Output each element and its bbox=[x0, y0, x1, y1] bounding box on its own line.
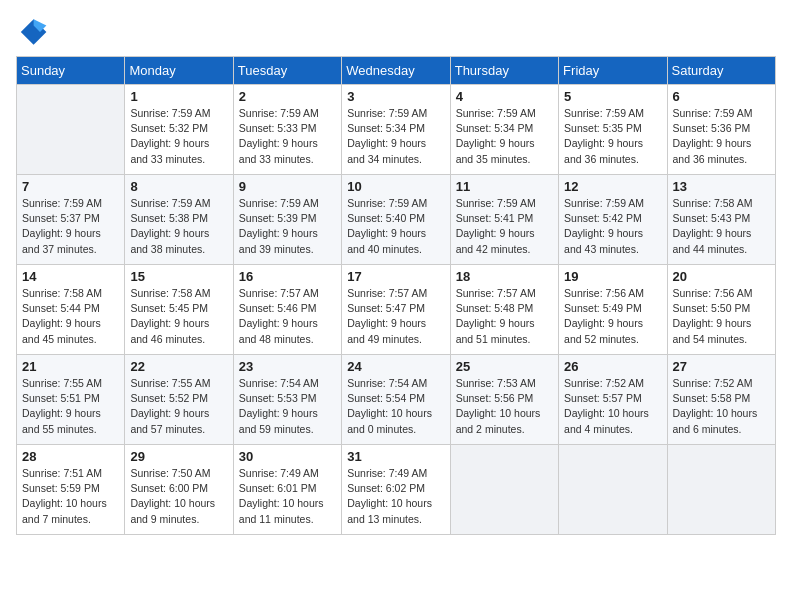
day-info: Sunrise: 7:51 AMSunset: 5:59 PMDaylight:… bbox=[22, 466, 119, 527]
calendar-cell bbox=[559, 445, 667, 535]
calendar-cell: 8Sunrise: 7:59 AMSunset: 5:38 PMDaylight… bbox=[125, 175, 233, 265]
calendar-cell: 7Sunrise: 7:59 AMSunset: 5:37 PMDaylight… bbox=[17, 175, 125, 265]
calendar-cell: 23Sunrise: 7:54 AMSunset: 5:53 PMDayligh… bbox=[233, 355, 341, 445]
day-number: 21 bbox=[22, 359, 119, 374]
day-number: 19 bbox=[564, 269, 661, 284]
calendar-cell: 20Sunrise: 7:56 AMSunset: 5:50 PMDayligh… bbox=[667, 265, 775, 355]
column-header-monday: Monday bbox=[125, 57, 233, 85]
day-info: Sunrise: 7:59 AMSunset: 5:34 PMDaylight:… bbox=[456, 106, 553, 167]
calendar-cell bbox=[667, 445, 775, 535]
day-number: 31 bbox=[347, 449, 444, 464]
day-info: Sunrise: 7:59 AMSunset: 5:35 PMDaylight:… bbox=[564, 106, 661, 167]
calendar-cell: 29Sunrise: 7:50 AMSunset: 6:00 PMDayligh… bbox=[125, 445, 233, 535]
page-header bbox=[16, 16, 776, 48]
column-header-saturday: Saturday bbox=[667, 57, 775, 85]
day-number: 14 bbox=[22, 269, 119, 284]
day-info: Sunrise: 7:49 AMSunset: 6:02 PMDaylight:… bbox=[347, 466, 444, 527]
week-row-4: 28Sunrise: 7:51 AMSunset: 5:59 PMDayligh… bbox=[17, 445, 776, 535]
logo-icon bbox=[16, 16, 48, 48]
week-row-0: 1Sunrise: 7:59 AMSunset: 5:32 PMDaylight… bbox=[17, 85, 776, 175]
day-info: Sunrise: 7:57 AMSunset: 5:47 PMDaylight:… bbox=[347, 286, 444, 347]
day-info: Sunrise: 7:50 AMSunset: 6:00 PMDaylight:… bbox=[130, 466, 227, 527]
day-info: Sunrise: 7:56 AMSunset: 5:49 PMDaylight:… bbox=[564, 286, 661, 347]
calendar-cell: 3Sunrise: 7:59 AMSunset: 5:34 PMDaylight… bbox=[342, 85, 450, 175]
column-header-wednesday: Wednesday bbox=[342, 57, 450, 85]
calendar-cell: 6Sunrise: 7:59 AMSunset: 5:36 PMDaylight… bbox=[667, 85, 775, 175]
calendar-cell: 2Sunrise: 7:59 AMSunset: 5:33 PMDaylight… bbox=[233, 85, 341, 175]
day-info: Sunrise: 7:59 AMSunset: 5:42 PMDaylight:… bbox=[564, 196, 661, 257]
calendar-cell: 21Sunrise: 7:55 AMSunset: 5:51 PMDayligh… bbox=[17, 355, 125, 445]
calendar-cell: 30Sunrise: 7:49 AMSunset: 6:01 PMDayligh… bbox=[233, 445, 341, 535]
day-info: Sunrise: 7:57 AMSunset: 5:48 PMDaylight:… bbox=[456, 286, 553, 347]
day-info: Sunrise: 7:59 AMSunset: 5:37 PMDaylight:… bbox=[22, 196, 119, 257]
day-number: 17 bbox=[347, 269, 444, 284]
column-header-friday: Friday bbox=[559, 57, 667, 85]
calendar-cell: 5Sunrise: 7:59 AMSunset: 5:35 PMDaylight… bbox=[559, 85, 667, 175]
day-info: Sunrise: 7:58 AMSunset: 5:44 PMDaylight:… bbox=[22, 286, 119, 347]
logo bbox=[16, 16, 52, 48]
calendar-cell: 11Sunrise: 7:59 AMSunset: 5:41 PMDayligh… bbox=[450, 175, 558, 265]
day-number: 13 bbox=[673, 179, 770, 194]
day-info: Sunrise: 7:59 AMSunset: 5:33 PMDaylight:… bbox=[239, 106, 336, 167]
calendar-cell: 9Sunrise: 7:59 AMSunset: 5:39 PMDaylight… bbox=[233, 175, 341, 265]
day-info: Sunrise: 7:54 AMSunset: 5:54 PMDaylight:… bbox=[347, 376, 444, 437]
week-row-3: 21Sunrise: 7:55 AMSunset: 5:51 PMDayligh… bbox=[17, 355, 776, 445]
svg-marker-0 bbox=[21, 19, 47, 45]
day-number: 7 bbox=[22, 179, 119, 194]
calendar-cell: 1Sunrise: 7:59 AMSunset: 5:32 PMDaylight… bbox=[125, 85, 233, 175]
day-number: 4 bbox=[456, 89, 553, 104]
day-info: Sunrise: 7:59 AMSunset: 5:40 PMDaylight:… bbox=[347, 196, 444, 257]
day-number: 12 bbox=[564, 179, 661, 194]
calendar-cell: 28Sunrise: 7:51 AMSunset: 5:59 PMDayligh… bbox=[17, 445, 125, 535]
day-number: 6 bbox=[673, 89, 770, 104]
day-number: 28 bbox=[22, 449, 119, 464]
day-info: Sunrise: 7:59 AMSunset: 5:34 PMDaylight:… bbox=[347, 106, 444, 167]
calendar-cell: 25Sunrise: 7:53 AMSunset: 5:56 PMDayligh… bbox=[450, 355, 558, 445]
day-number: 11 bbox=[456, 179, 553, 194]
day-info: Sunrise: 7:49 AMSunset: 6:01 PMDaylight:… bbox=[239, 466, 336, 527]
calendar-cell: 22Sunrise: 7:55 AMSunset: 5:52 PMDayligh… bbox=[125, 355, 233, 445]
column-header-sunday: Sunday bbox=[17, 57, 125, 85]
day-number: 15 bbox=[130, 269, 227, 284]
calendar-cell bbox=[17, 85, 125, 175]
calendar-cell: 19Sunrise: 7:56 AMSunset: 5:49 PMDayligh… bbox=[559, 265, 667, 355]
day-number: 18 bbox=[456, 269, 553, 284]
day-number: 27 bbox=[673, 359, 770, 374]
day-number: 8 bbox=[130, 179, 227, 194]
day-number: 16 bbox=[239, 269, 336, 284]
day-info: Sunrise: 7:55 AMSunset: 5:52 PMDaylight:… bbox=[130, 376, 227, 437]
day-number: 10 bbox=[347, 179, 444, 194]
calendar-header-row: SundayMondayTuesdayWednesdayThursdayFrid… bbox=[17, 57, 776, 85]
day-info: Sunrise: 7:59 AMSunset: 5:32 PMDaylight:… bbox=[130, 106, 227, 167]
day-info: Sunrise: 7:56 AMSunset: 5:50 PMDaylight:… bbox=[673, 286, 770, 347]
day-info: Sunrise: 7:52 AMSunset: 5:58 PMDaylight:… bbox=[673, 376, 770, 437]
calendar-cell bbox=[450, 445, 558, 535]
day-info: Sunrise: 7:57 AMSunset: 5:46 PMDaylight:… bbox=[239, 286, 336, 347]
day-info: Sunrise: 7:54 AMSunset: 5:53 PMDaylight:… bbox=[239, 376, 336, 437]
day-number: 23 bbox=[239, 359, 336, 374]
day-info: Sunrise: 7:59 AMSunset: 5:38 PMDaylight:… bbox=[130, 196, 227, 257]
calendar: SundayMondayTuesdayWednesdayThursdayFrid… bbox=[16, 56, 776, 535]
day-info: Sunrise: 7:52 AMSunset: 5:57 PMDaylight:… bbox=[564, 376, 661, 437]
week-row-2: 14Sunrise: 7:58 AMSunset: 5:44 PMDayligh… bbox=[17, 265, 776, 355]
day-number: 22 bbox=[130, 359, 227, 374]
calendar-cell: 18Sunrise: 7:57 AMSunset: 5:48 PMDayligh… bbox=[450, 265, 558, 355]
day-info: Sunrise: 7:59 AMSunset: 5:36 PMDaylight:… bbox=[673, 106, 770, 167]
day-number: 25 bbox=[456, 359, 553, 374]
day-info: Sunrise: 7:58 AMSunset: 5:45 PMDaylight:… bbox=[130, 286, 227, 347]
day-info: Sunrise: 7:59 AMSunset: 5:41 PMDaylight:… bbox=[456, 196, 553, 257]
day-info: Sunrise: 7:58 AMSunset: 5:43 PMDaylight:… bbox=[673, 196, 770, 257]
day-number: 1 bbox=[130, 89, 227, 104]
calendar-cell: 15Sunrise: 7:58 AMSunset: 5:45 PMDayligh… bbox=[125, 265, 233, 355]
calendar-cell: 24Sunrise: 7:54 AMSunset: 5:54 PMDayligh… bbox=[342, 355, 450, 445]
column-header-tuesday: Tuesday bbox=[233, 57, 341, 85]
day-number: 5 bbox=[564, 89, 661, 104]
day-number: 24 bbox=[347, 359, 444, 374]
day-number: 26 bbox=[564, 359, 661, 374]
day-info: Sunrise: 7:55 AMSunset: 5:51 PMDaylight:… bbox=[22, 376, 119, 437]
calendar-cell: 12Sunrise: 7:59 AMSunset: 5:42 PMDayligh… bbox=[559, 175, 667, 265]
day-number: 2 bbox=[239, 89, 336, 104]
day-number: 3 bbox=[347, 89, 444, 104]
column-header-thursday: Thursday bbox=[450, 57, 558, 85]
day-number: 30 bbox=[239, 449, 336, 464]
